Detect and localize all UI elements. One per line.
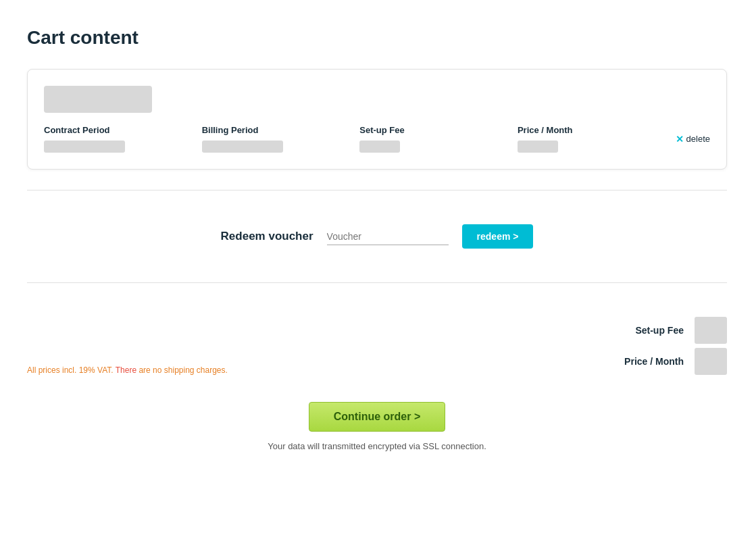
setup-fee-label: Set-up Fee bbox=[359, 125, 518, 135]
page-title: Cart content bbox=[27, 27, 727, 49]
divider-1 bbox=[27, 190, 727, 190]
product-image bbox=[44, 86, 152, 113]
voucher-section: Redeem voucher redeem > bbox=[27, 204, 727, 269]
setup-fee-col: Set-up Fee bbox=[359, 125, 518, 153]
cart-item-row: Contract Period Billing Period Set-up Fe… bbox=[44, 125, 710, 153]
cart-card: Contract Period Billing Period Set-up Fe… bbox=[27, 69, 727, 170]
close-icon: ✕ bbox=[676, 134, 684, 145]
contract-period-col: Contract Period bbox=[44, 125, 202, 153]
billing-period-label: Billing Period bbox=[202, 125, 360, 135]
price-month-col: Price / Month bbox=[518, 125, 676, 153]
price-month-value bbox=[518, 141, 558, 153]
summary-setup-row: Set-up Fee bbox=[578, 317, 727, 344]
summary-price-row: Price / Month bbox=[578, 348, 727, 375]
summary-setup-label: Set-up Fee bbox=[578, 325, 684, 336]
contract-period-label: Contract Period bbox=[44, 125, 202, 135]
vat-text: All prices incl. 19% VAT. bbox=[27, 365, 114, 375]
summary-setup-value bbox=[695, 317, 727, 344]
redeem-button[interactable]: redeem > bbox=[462, 224, 534, 249]
continue-order-button[interactable]: Continue order > bbox=[309, 402, 445, 432]
summary-price-value bbox=[695, 348, 727, 375]
continue-section: Continue order > Your data will transmit… bbox=[27, 382, 727, 458]
delete-button[interactable]: ✕ delete bbox=[676, 134, 710, 145]
contract-period-value bbox=[44, 141, 125, 153]
price-month-label: Price / Month bbox=[518, 125, 676, 135]
summary-right: Set-up Fee Price / Month bbox=[578, 317, 727, 375]
ssl-note: Your data will transmitted encrypted via… bbox=[268, 441, 486, 451]
summary-price-label: Price / Month bbox=[578, 356, 684, 367]
summary-section: All prices incl. 19% VAT. There are no s… bbox=[27, 297, 727, 382]
delete-label: delete bbox=[686, 134, 710, 144]
vat-note: All prices incl. 19% VAT. There are no s… bbox=[27, 365, 228, 375]
setup-fee-value bbox=[359, 141, 400, 153]
voucher-section-label: Redeem voucher bbox=[221, 230, 313, 243]
there-text: There bbox=[116, 365, 136, 375]
divider-2 bbox=[27, 282, 727, 283]
voucher-input[interactable] bbox=[327, 228, 449, 245]
shipping-text: are no shipping charges. bbox=[139, 365, 227, 375]
billing-period-value bbox=[202, 141, 283, 153]
billing-period-col: Billing Period bbox=[202, 125, 360, 153]
